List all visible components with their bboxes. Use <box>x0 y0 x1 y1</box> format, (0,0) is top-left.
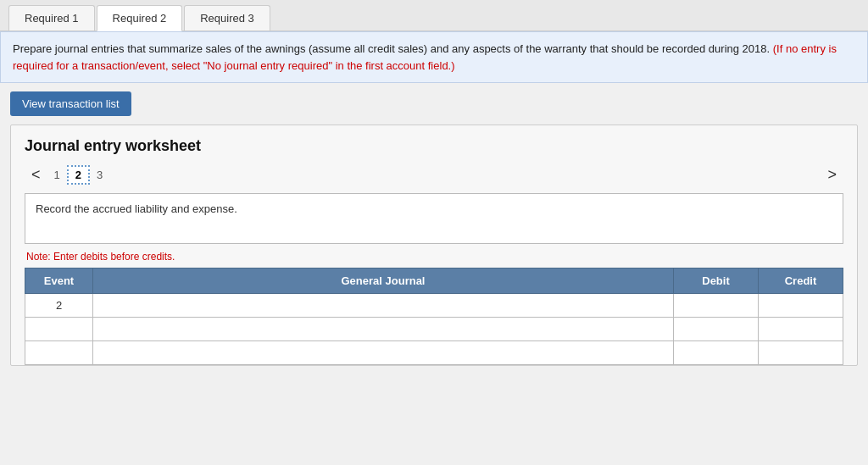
table-row <box>25 341 843 365</box>
credit-input-1[interactable] <box>765 299 836 312</box>
credit-input-3[interactable] <box>765 346 836 359</box>
tab-required-3[interactable]: Required 3 <box>184 5 270 30</box>
credit-input-2[interactable] <box>765 323 836 335</box>
table-row: 2 <box>25 294 843 318</box>
debit-cell-3[interactable] <box>674 341 759 365</box>
note-text: Note: Enter debits before credits. <box>26 251 843 263</box>
debit-cell-2[interactable] <box>674 318 759 341</box>
journal-input-1[interactable] <box>100 299 666 312</box>
entry-nav: < 1 2 3 > <box>25 165 843 185</box>
journal-cell-1[interactable] <box>93 294 674 318</box>
journal-table: Event General Journal Debit Credit 2 <box>25 268 843 365</box>
view-transaction-button[interactable]: View transaction list <box>10 91 131 116</box>
description-text: Record the accrued liability and expense… <box>36 202 237 215</box>
debit-cell-1[interactable] <box>674 294 759 318</box>
credit-cell-2[interactable] <box>759 318 843 341</box>
entry-num-3[interactable]: 3 <box>90 167 109 183</box>
journal-cell-2[interactable] <box>93 318 674 341</box>
debit-input-3[interactable] <box>681 346 751 359</box>
info-main-text: Prepare journal entries that summarize s… <box>13 42 770 55</box>
credit-cell-1[interactable] <box>759 294 843 318</box>
debit-input-1[interactable] <box>681 299 751 312</box>
event-cell-1: 2 <box>25 294 93 318</box>
event-cell-3 <box>25 341 93 365</box>
entry-num-1[interactable]: 1 <box>47 167 67 183</box>
debit-input-2[interactable] <box>681 323 751 335</box>
worksheet-card: Journal entry worksheet < 1 2 3 > Record… <box>10 125 858 366</box>
journal-input-3[interactable] <box>100 346 666 359</box>
entry-num-2[interactable]: 2 <box>67 165 90 185</box>
credit-cell-3[interactable] <box>759 341 843 365</box>
col-header-event: Event <box>25 268 93 294</box>
col-header-journal: General Journal <box>93 268 674 294</box>
description-box: Record the accrued liability and expense… <box>25 193 843 244</box>
col-header-debit: Debit <box>674 268 759 294</box>
journal-input-2[interactable] <box>100 323 666 335</box>
event-cell-2 <box>25 318 93 341</box>
journal-cell-3[interactable] <box>93 341 674 365</box>
tabs-container: Required 1 Required 2 Required 3 <box>0 0 868 31</box>
nav-left-arrow[interactable]: < <box>25 166 47 184</box>
tab-required-1[interactable]: Required 1 <box>8 5 95 30</box>
nav-right-arrow[interactable]: > <box>821 166 843 184</box>
table-row <box>25 318 843 341</box>
worksheet-title: Journal entry worksheet <box>25 137 843 155</box>
col-header-credit: Credit <box>759 268 843 294</box>
info-box: Prepare journal entries that summarize s… <box>0 31 868 83</box>
tab-required-2[interactable]: Required 2 <box>97 5 183 31</box>
